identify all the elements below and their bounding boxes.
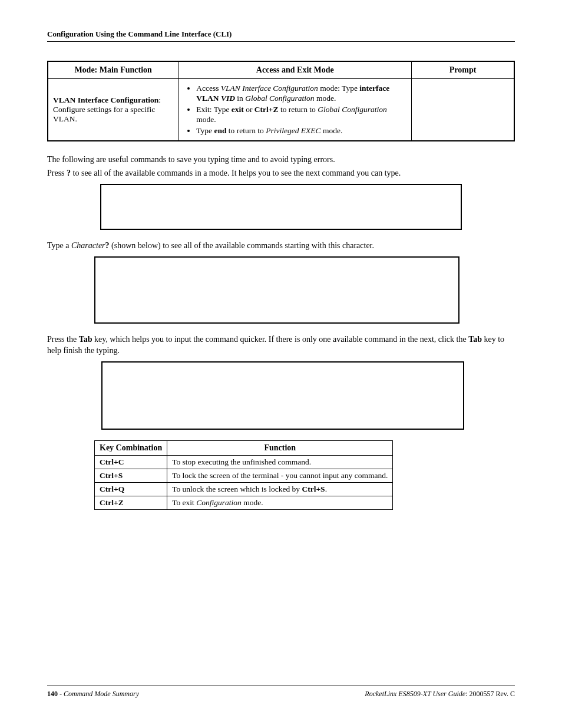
table-header-row: Mode: Main Function Access and Exit Mode… (48, 61, 514, 79)
list-item: Type end to return to Privileged EXEC mo… (196, 126, 406, 136)
table-row: Ctrl+Z To exit Configuration mode. (95, 496, 393, 509)
paragraph: Press the Tab key, which helps you to in… (47, 334, 515, 357)
text: mode. (321, 126, 343, 135)
text: (shown below) to see all of the availabl… (110, 241, 374, 250)
text-italic: VLAN Interface Configuration (221, 84, 318, 93)
footer-guide: RocketLinx ES8509-XT User Guide (365, 690, 465, 698)
text-bold: exit (232, 105, 244, 114)
mode-title: VLAN Interface Configuration (53, 95, 158, 104)
th-prompt: Prompt (412, 61, 514, 79)
th-access: Access and Exit Mode (178, 61, 412, 79)
text-bold: Tab (468, 335, 482, 344)
footer-section: Command Mode Summary (64, 690, 139, 698)
text-bold: ? (67, 169, 71, 177)
text-bolditalic: VID (221, 94, 235, 103)
text: to return to (279, 105, 318, 114)
th-combo: Key Combination (95, 440, 167, 455)
cell-combo: Ctrl+C (95, 455, 167, 469)
text-italic: Global Configuration (245, 94, 314, 103)
cell-func: To exit Configuration mode. (167, 496, 393, 509)
list-item: Access VLAN Interface Configuration mode… (196, 84, 406, 104)
text: To unlock the screen which is locked by (172, 485, 302, 493)
text: in (235, 94, 245, 103)
paragraph: Type a Character? (shown below) to see a… (47, 241, 515, 252)
table-header-row: Key Combination Function (95, 440, 393, 455)
text: or (244, 105, 254, 114)
text: mode. (196, 115, 216, 124)
mode-table: Mode: Main Function Access and Exit Mode… (47, 61, 515, 141)
cell-func: To unlock the screen which is locked by … (167, 482, 393, 496)
cell-combo: Ctrl+S (95, 469, 167, 482)
text: to return to (226, 126, 266, 135)
list-item: Exit: Type exit or Ctrl+Z to return to G… (196, 105, 406, 125)
text: To exit (172, 498, 196, 507)
text: . (325, 485, 327, 493)
key-combination-table: Key Combination Function Ctrl+C To stop … (94, 440, 393, 510)
text: Access (196, 84, 221, 93)
text: Press (47, 169, 67, 177)
text-bold: ? (105, 241, 110, 250)
text: key, which helps you to input the comman… (92, 335, 469, 344)
th-mode: Mode: Main Function (48, 61, 178, 79)
text-italic: Privileged EXEC (266, 126, 320, 135)
text-italic: Character (71, 241, 105, 250)
paragraph: The following are useful commands to sav… (47, 154, 515, 166)
cell-func: To lock the screen of the terminal - you… (167, 469, 393, 482)
text: Exit: Type (196, 105, 232, 114)
code-box (100, 184, 462, 230)
footer-right: RocketLinx ES8509-XT User Guide: 2000557… (365, 690, 515, 699)
cell-mode: VLAN Interface Configuration: Configure … (48, 79, 178, 141)
cell-combo: Ctrl+Q (95, 482, 167, 496)
text: mode. (242, 498, 263, 507)
text-bold: end (214, 126, 226, 135)
text-bold: Ctrl+Z (254, 105, 279, 114)
text: Type a (47, 241, 71, 250)
header-title: Configuration Using the Command Line Int… (47, 29, 232, 38)
footer-left: 140 - Command Mode Summary (47, 690, 139, 699)
cell-func: To stop executing the unfinished command… (167, 455, 393, 469)
page-header: Configuration Using the Command Line Int… (47, 29, 515, 42)
text-bold: Ctrl+S (302, 485, 325, 493)
page-footer: 140 - Command Mode Summary RocketLinx ES… (47, 686, 515, 699)
table-row: Ctrl+C To stop executing the unfinished … (95, 455, 393, 469)
table-row: Ctrl+S To lock the screen of the termina… (95, 469, 393, 482)
code-box (101, 361, 464, 430)
table-row: VLAN Interface Configuration: Configure … (48, 79, 514, 141)
cell-prompt (412, 79, 514, 141)
text: mode. (315, 94, 336, 103)
text: mode: Type (318, 84, 359, 93)
text: Press the (47, 335, 79, 344)
paragraph: Press ? to see all of the available comm… (47, 168, 515, 179)
page-number: 140 - (47, 690, 64, 698)
cell-access: Access VLAN Interface Configuration mode… (178, 79, 412, 141)
cell-combo: Ctrl+Z (95, 496, 167, 509)
code-box (94, 256, 459, 324)
text-bold: Tab (79, 335, 92, 344)
access-list: Access VLAN Interface Configuration mode… (183, 84, 406, 136)
text: Type (196, 126, 214, 135)
text-italic: Global Configuration (318, 105, 386, 114)
table-row: Ctrl+Q To unlock the screen which is loc… (95, 482, 393, 496)
text: to see all of the available commands in … (71, 169, 401, 177)
footer-rev: : 2000557 Rev. C (465, 690, 515, 698)
text-italic: Configuration (196, 498, 242, 507)
th-func: Function (167, 440, 393, 455)
